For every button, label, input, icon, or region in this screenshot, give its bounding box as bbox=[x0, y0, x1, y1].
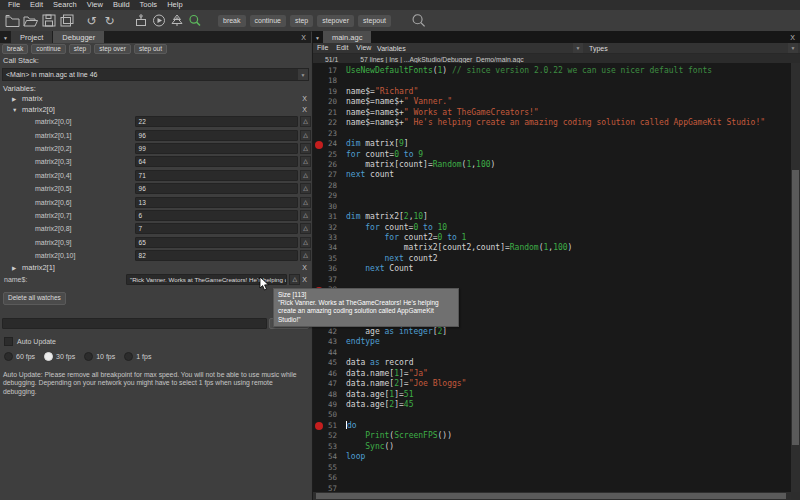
line-number[interactable]: 32 bbox=[313, 223, 342, 233]
watch-value-input[interactable]: 96 bbox=[135, 183, 298, 194]
line-number[interactable]: 42 bbox=[313, 327, 342, 337]
watch-group-matrix2-1[interactable]: ▶ matrix2[1] X bbox=[0, 262, 311, 273]
update-watch-icon[interactable]: △ bbox=[300, 156, 311, 167]
watch-input[interactable] bbox=[2, 318, 267, 329]
line-number[interactable]: 27 bbox=[313, 170, 342, 180]
watch-value-input[interactable]: 82 bbox=[135, 250, 298, 261]
chevron-down-icon[interactable]: ▼ bbox=[298, 69, 308, 80]
line-number[interactable]: 25 bbox=[313, 150, 342, 160]
watch-value-input[interactable]: 71 bbox=[135, 170, 298, 181]
watch-value-input[interactable]: 64 bbox=[135, 156, 298, 167]
tab-debugger[interactable]: Debugger bbox=[53, 31, 104, 43]
save-all-icon[interactable] bbox=[59, 14, 74, 28]
close-panel-icon[interactable]: X bbox=[301, 34, 306, 43]
search-icon[interactable] bbox=[411, 14, 426, 28]
line-number[interactable]: 35 bbox=[313, 254, 342, 264]
menu-build[interactable]: Build bbox=[108, 0, 135, 10]
update-watch-icon[interactable]: △ bbox=[300, 116, 311, 127]
watch-value-input[interactable]: 13 bbox=[135, 197, 298, 208]
line-number[interactable]: 45 bbox=[313, 358, 342, 368]
panel-menu-icon[interactable]: ▼ bbox=[0, 35, 11, 43]
vertical-scrollbar[interactable] bbox=[791, 63, 800, 492]
line-number[interactable]: 37 bbox=[313, 275, 342, 285]
line-number[interactable]: 56 bbox=[313, 473, 342, 483]
redo-icon[interactable]: ↻ bbox=[102, 14, 117, 28]
update-watch-icon[interactable]: △ bbox=[300, 183, 311, 194]
debug-step-out-button[interactable]: step out bbox=[134, 44, 167, 54]
debug-break-button[interactable]: break bbox=[2, 44, 28, 54]
update-watch-icon[interactable]: △ bbox=[300, 210, 311, 221]
watch-value-input[interactable]: 22 bbox=[135, 116, 298, 127]
remove-watch-icon[interactable]: X bbox=[302, 106, 307, 113]
tab-main-agc[interactable]: main.agc bbox=[323, 31, 371, 43]
menu-help[interactable]: Help bbox=[162, 0, 187, 10]
line-number[interactable]: 36 bbox=[313, 264, 342, 274]
new-project-icon[interactable] bbox=[5, 14, 20, 28]
line-number[interactable]: 20 bbox=[313, 97, 342, 107]
auto-update-checkbox[interactable] bbox=[4, 337, 13, 346]
toolbar-stepout-button[interactable]: stepout bbox=[358, 15, 391, 27]
fps-option-60fps[interactable]: 60 fps bbox=[4, 352, 35, 361]
scrollbar-thumb[interactable] bbox=[792, 170, 799, 445]
scrollbar-thumb[interactable] bbox=[316, 493, 786, 499]
update-watch-icon[interactable]: △ bbox=[289, 274, 300, 285]
chevron-down-icon[interactable]: ▼ bbox=[788, 43, 798, 53]
line-number[interactable]: 31 bbox=[313, 212, 342, 222]
line-number[interactable]: 22 bbox=[313, 118, 342, 128]
remove-watch-icon[interactable]: X bbox=[302, 264, 307, 271]
line-number[interactable]: 47 bbox=[313, 379, 342, 389]
debug-step-button[interactable]: step bbox=[69, 44, 91, 54]
line-number[interactable]: 34 bbox=[313, 243, 342, 253]
editor-menu-file[interactable]: File bbox=[313, 43, 332, 53]
line-number[interactable]: 21 bbox=[313, 108, 342, 118]
line-number[interactable]: 24 bbox=[313, 139, 342, 149]
fps-option-1fps[interactable]: 1 fps bbox=[124, 352, 151, 361]
breakpoint-icon[interactable] bbox=[315, 422, 323, 430]
line-number[interactable]: 49 bbox=[313, 400, 342, 410]
debug-continue-button[interactable]: continue bbox=[31, 44, 66, 54]
radio-icon[interactable] bbox=[124, 352, 133, 361]
line-number[interactable]: 43 bbox=[313, 337, 342, 347]
watch-value-input[interactable]: 65 bbox=[135, 237, 298, 248]
update-watch-icon[interactable]: △ bbox=[300, 130, 311, 141]
broadcast-box-icon[interactable] bbox=[133, 14, 148, 28]
line-number[interactable]: 54 bbox=[313, 452, 342, 462]
menu-search[interactable]: Search bbox=[48, 0, 82, 10]
remove-watch-icon[interactable]: X bbox=[302, 95, 307, 102]
line-number[interactable]: 26 bbox=[313, 160, 342, 170]
chevron-right-icon[interactable]: ▶ bbox=[12, 96, 22, 102]
radio-icon[interactable] bbox=[4, 352, 13, 361]
watch-value-input[interactable]: 7 bbox=[135, 223, 298, 234]
update-watch-icon[interactable]: △ bbox=[300, 223, 311, 234]
line-number[interactable]: 33 bbox=[313, 233, 342, 243]
line-number[interactable]: 23 bbox=[313, 129, 342, 139]
line-number[interactable]: 18 bbox=[313, 76, 342, 86]
line-number[interactable]: 52 bbox=[313, 431, 342, 441]
radio-icon[interactable] bbox=[44, 352, 53, 361]
save-icon[interactable] bbox=[41, 14, 56, 28]
editor-menu-view[interactable]: View bbox=[352, 43, 375, 53]
watch-value-input[interactable]: 6 bbox=[135, 210, 298, 221]
types-dropdown[interactable]: Types ▼ bbox=[585, 43, 798, 53]
menu-file[interactable]: File bbox=[3, 0, 25, 10]
toolbar-break-button[interactable]: break bbox=[218, 15, 246, 27]
debug-icon[interactable] bbox=[187, 14, 202, 28]
toolbar-continue-button[interactable]: continue bbox=[250, 15, 286, 27]
line-number[interactable]: 50 bbox=[313, 410, 342, 420]
undo-icon[interactable]: ↺ bbox=[84, 14, 99, 28]
menu-tools[interactable]: Tools bbox=[135, 0, 163, 10]
menu-view[interactable]: View bbox=[82, 0, 108, 10]
broadcast-tree-icon[interactable] bbox=[169, 14, 184, 28]
variables-dropdown[interactable]: Variables ▼ bbox=[373, 43, 583, 53]
delete-all-watches-button[interactable]: Delete all watches bbox=[3, 292, 66, 305]
editor-menu-edit[interactable]: Edit bbox=[332, 43, 352, 53]
update-watch-icon[interactable]: △ bbox=[300, 197, 311, 208]
chevron-right-icon[interactable]: ▶ bbox=[12, 265, 22, 271]
remove-watch-icon[interactable]: X bbox=[302, 276, 307, 283]
line-number[interactable]: 53 bbox=[313, 442, 342, 452]
toolbar-stepover-button[interactable]: stepover bbox=[317, 15, 354, 27]
line-number[interactable]: 51 bbox=[313, 421, 342, 431]
update-watch-icon[interactable]: △ bbox=[300, 170, 311, 181]
line-number[interactable]: 57 bbox=[313, 484, 342, 493]
line-number[interactable]: 30 bbox=[313, 202, 342, 212]
